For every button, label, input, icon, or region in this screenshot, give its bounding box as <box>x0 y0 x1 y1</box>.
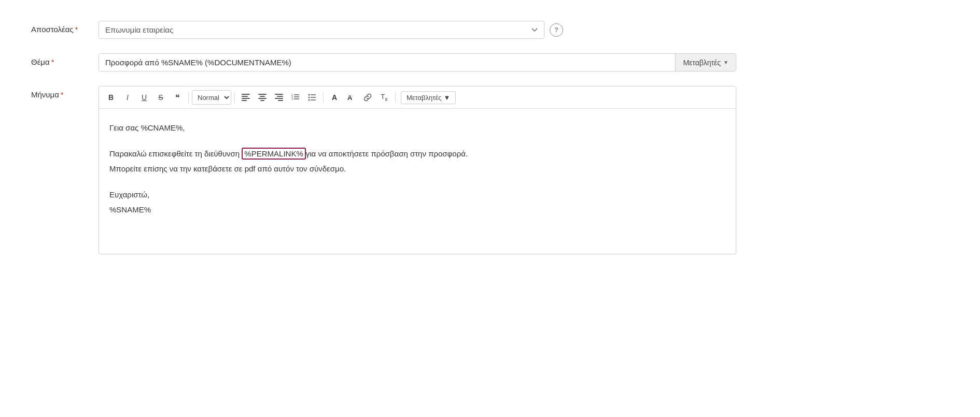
message-greeting: Γεια σας %CNAME%, <box>109 121 725 135</box>
message-permalink-line: Παρακαλώ επισκεφθείτε τη διεύθυνση %PERM… <box>109 147 725 161</box>
chevron-down-icon: ▼ <box>723 60 729 65</box>
toolbar-separator-3 <box>323 92 324 103</box>
toolbar-separator-1 <box>188 92 189 103</box>
font-color-button[interactable]: A <box>327 90 342 105</box>
strikethrough-button[interactable]: S <box>153 90 169 105</box>
message-label: Μήνυμα* <box>31 86 99 99</box>
align-center-icon <box>257 92 268 103</box>
align-right-icon <box>273 92 285 103</box>
toolbar-separator-2 <box>234 92 235 103</box>
toolbar-separator-4 <box>395 92 396 103</box>
subject-input[interactable] <box>99 54 675 71</box>
message-thanks: Ευχαριστώ, <box>109 188 725 202</box>
sender-field: Επωνυμία εταιρείας ? <box>99 21 949 39</box>
unordered-list-button[interactable] <box>304 90 320 105</box>
subject-variables-button[interactable]: Μεταβλητές ▼ <box>675 54 736 71</box>
link-icon <box>363 93 372 102</box>
link-button[interactable] <box>360 90 375 105</box>
italic-button[interactable]: I <box>120 90 135 105</box>
clear-format-button[interactable]: Tx <box>376 90 392 105</box>
ordered-list-icon: 1. 2. 3. <box>291 93 300 102</box>
permalink-variable: %PERMALINK% <box>242 148 305 160</box>
subject-label: Θέμα* <box>31 53 99 66</box>
bold-button[interactable]: B <box>103 90 119 105</box>
message-pdf-line: Μπορείτε επίσης να την κατεβάσετε σε pdf… <box>109 162 725 176</box>
font-highlight-icon: A <box>346 93 356 102</box>
sender-select[interactable]: Επωνυμία εταιρείας <box>99 21 544 39</box>
svg-point-8 <box>309 97 310 98</box>
message-toolbar: B I U S ❝ Normal Small Large Huge <box>99 87 736 109</box>
sender-wrapper: Επωνυμία εταιρείας ? <box>99 21 949 39</box>
message-variables-chevron-icon: ▼ <box>444 94 451 102</box>
align-center-button[interactable] <box>255 90 270 105</box>
align-right-button[interactable] <box>271 90 287 105</box>
unordered-list-icon <box>308 93 316 102</box>
message-row: Μήνυμα* B I U S ❝ Normal Small Large Hug… <box>31 86 949 254</box>
subject-wrapper: Μεταβλητές ▼ <box>99 53 736 71</box>
message-sname: %SNAME% <box>109 203 725 217</box>
ordered-list-button[interactable]: 1. 2. 3. <box>288 90 303 105</box>
message-wrapper: B I U S ❝ Normal Small Large Huge <box>99 86 736 254</box>
sender-row: Αποστολέας* Επωνυμία εταιρείας ? <box>31 21 949 39</box>
align-left-button[interactable] <box>238 90 254 105</box>
font-color-icon: A <box>332 93 337 102</box>
subject-field: Μεταβλητές ▼ <box>99 53 949 71</box>
underline-button[interactable]: U <box>136 90 152 105</box>
subject-row: Θέμα* Μεταβλητές ▼ <box>31 53 949 71</box>
svg-point-6 <box>309 94 310 96</box>
clear-format-icon: Tx <box>381 93 387 102</box>
svg-text:A: A <box>347 94 353 102</box>
message-field: B I U S ❝ Normal Small Large Huge <box>99 86 949 254</box>
svg-point-10 <box>309 99 310 101</box>
help-icon[interactable]: ? <box>550 23 563 37</box>
align-left-icon <box>240 92 251 103</box>
quote-button[interactable]: ❝ <box>170 90 185 105</box>
svg-text:3.: 3. <box>291 97 293 100</box>
message-variables-button[interactable]: Μεταβλητές ▼ <box>401 91 456 104</box>
font-size-select[interactable]: Normal Small Large Huge <box>192 90 231 105</box>
message-body[interactable]: Γεια σας %CNAME%, Παρακαλώ επισκεφθείτε … <box>99 109 736 254</box>
sender-label: Αποστολέας* <box>31 21 99 34</box>
font-highlight-button[interactable]: A <box>343 90 359 105</box>
